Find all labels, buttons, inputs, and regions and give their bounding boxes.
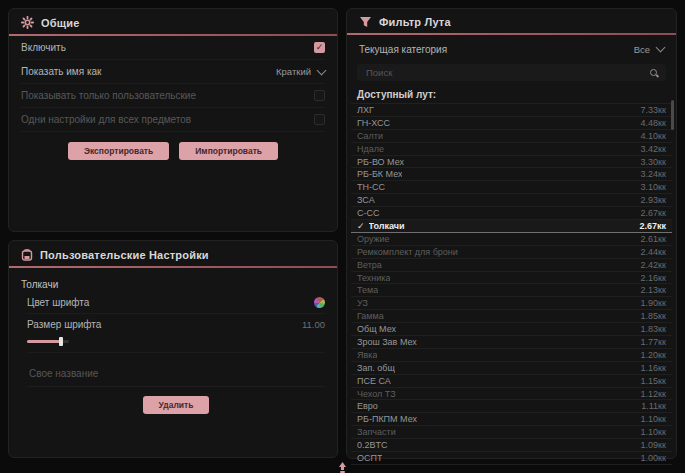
loot-item-name: ЛХГ xyxy=(357,105,374,115)
name-mode-row: Показать имя как Краткий xyxy=(21,60,325,84)
loot-item-value: 3.30кк xyxy=(641,157,666,167)
only-custom-checkbox[interactable] xyxy=(314,90,325,101)
loot-item-name: ЗСА xyxy=(357,195,375,205)
loot-item-row[interactable]: ЗСА 2.93кк xyxy=(351,194,672,207)
funnel-icon xyxy=(359,16,372,28)
enable-checkbox[interactable]: ✓ xyxy=(314,42,325,53)
loot-item-row[interactable]: Техника 2.16кк xyxy=(351,272,672,285)
loot-item-value: 3.10кк xyxy=(641,182,666,192)
loot-item-value: 1.85кк xyxy=(641,311,666,321)
category-label: Текущая категория xyxy=(359,44,447,55)
loot-item-value: 1.10кк xyxy=(641,414,666,424)
loot-item-value: 1.10кк xyxy=(641,427,666,437)
loot-filter-panel: Фильтр Лута Текущая категория Все Доступ… xyxy=(346,8,677,459)
loot-item-row[interactable]: Чехол ТЗ 1.12кк xyxy=(351,388,672,401)
color-wheel-icon[interactable] xyxy=(314,297,325,308)
chevron-down-icon xyxy=(317,65,327,75)
search-input[interactable] xyxy=(364,66,643,79)
loot-item-row[interactable]: Салти 4.10кк xyxy=(351,130,672,143)
loot-filter-header: Фильтр Лута xyxy=(347,9,676,33)
slider-knob[interactable] xyxy=(59,337,63,346)
gear-icon xyxy=(21,16,34,29)
loot-item-name: Ндале xyxy=(357,144,384,154)
scrollbar-thumb[interactable] xyxy=(671,100,674,130)
user-settings-title: Пользовательские Настройки xyxy=(40,249,209,261)
loot-item-name: Тема xyxy=(357,285,378,295)
loot-item-row[interactable]: С-СС 2.67кк xyxy=(351,207,672,220)
scroll-indicator-icon[interactable] xyxy=(338,459,347,473)
loot-item-row[interactable]: РБ-ВО Мех 3.30кк xyxy=(351,156,672,169)
loot-item-value: 4.48кк xyxy=(641,118,666,128)
delete-button[interactable]: Удалить xyxy=(143,396,210,414)
same-settings-label: Одни настройки для всех предметов xyxy=(21,114,191,125)
search-box xyxy=(357,64,666,81)
loot-item-row[interactable]: ЛХГ 7.33кк xyxy=(351,104,672,117)
loot-item-name: ОСПТ xyxy=(357,453,382,463)
only-custom-label: Показывать только пользовательские xyxy=(21,90,196,101)
general-panel-header: Общие xyxy=(9,9,337,34)
loot-item-row[interactable]: Оружие 2.61кк xyxy=(351,233,672,246)
loot-item-row[interactable]: ПСЕ СА 1.15кк xyxy=(351,375,672,388)
slider-fill xyxy=(27,340,60,343)
loot-item-name: Гамма xyxy=(357,311,384,321)
loot-item-value: 1.90кк xyxy=(641,298,666,308)
loot-item-row[interactable]: УЗ 1.90кк xyxy=(351,297,672,310)
loot-item-value: 2.61кк xyxy=(641,234,666,244)
loot-item-row[interactable]: ТН-СС 3.10кк xyxy=(351,181,672,194)
loot-item-row[interactable]: ✓Толкачи 2.67кк xyxy=(351,220,672,233)
loot-item-name: ГН-ХСС xyxy=(357,118,390,128)
loot-item-row[interactable]: 0.2BTC 1.09кк xyxy=(351,439,672,452)
loot-item-row[interactable]: Евро 1.11кк xyxy=(351,400,672,413)
loot-item-row[interactable]: Запчасти 1.10кк xyxy=(351,426,672,439)
import-button[interactable]: Импортировать xyxy=(179,142,278,160)
font-size-value: 11.00 xyxy=(302,319,325,330)
loot-item-value: 2.93кк xyxy=(641,195,666,205)
loot-item-row[interactable]: Тема 2.13кк xyxy=(351,284,672,297)
font-size-row: Размер шрифта 11.00 xyxy=(27,314,325,335)
loot-item-row[interactable]: Ветра 2.42кк xyxy=(351,259,672,272)
check-icon: ✓ xyxy=(357,221,365,231)
font-size-slider[interactable] xyxy=(27,337,69,346)
loot-item-value: 1.09кк xyxy=(641,440,666,450)
user-settings-header: Пользовательские Настройки xyxy=(9,241,337,266)
loot-item-name: Запчасти xyxy=(357,427,396,437)
loot-item-name: ТН-СС xyxy=(357,182,385,192)
enable-label: Включить xyxy=(21,42,66,53)
category-select[interactable]: Все xyxy=(634,44,664,55)
font-color-row: Цвет шрифта xyxy=(27,292,325,314)
loot-item-name: 0.2BTC xyxy=(357,440,388,450)
loot-item-name: Ремкомплект для брони xyxy=(357,247,458,257)
name-mode-select[interactable]: Краткий xyxy=(276,66,325,77)
loot-item-name: Толкачи xyxy=(369,221,640,231)
loot-item-row[interactable]: Ремкомплект для брони 2.44кк xyxy=(351,246,672,259)
same-settings-checkbox[interactable] xyxy=(314,114,325,125)
loot-item-row[interactable]: РБ-ПКПМ Мех 1.10кк xyxy=(351,413,672,426)
custom-name-row xyxy=(27,359,325,387)
loot-item-name: С-СС xyxy=(357,208,380,218)
loot-item-name: Салти xyxy=(357,131,383,141)
loot-item-row[interactable]: Ндале 3.42кк xyxy=(351,143,672,156)
loot-item-value: 1.12кк xyxy=(641,389,666,399)
font-color-label: Цвет шрифта xyxy=(27,297,89,308)
loot-item-name: Ветра xyxy=(357,260,382,270)
loot-filter-title: Фильтр Лута xyxy=(379,16,451,28)
loot-item-row[interactable]: Зап. общ 1.16кк xyxy=(351,362,672,375)
custom-name-input[interactable] xyxy=(27,367,329,380)
loot-item-row[interactable]: Зрош Зав Мех 1.77кк xyxy=(351,336,672,349)
mod-settings-page: Общие Включить ✓ Показать имя как Кратки… xyxy=(0,0,685,473)
loot-item-row[interactable]: РБ-БК Мех 3.24кк xyxy=(351,168,672,181)
loot-item-value: 3.24кк xyxy=(641,169,666,179)
name-mode-value: Краткий xyxy=(276,66,311,77)
loot-item-row[interactable]: ГН-ХСС 4.48кк xyxy=(351,117,672,130)
same-settings-row: Одни настройки для всех предметов xyxy=(21,108,325,132)
loot-item-row[interactable]: Гамма 1.85кк xyxy=(351,310,672,323)
loot-item-name: Общ Мех xyxy=(357,324,396,334)
loot-item-value: 1.83кк xyxy=(641,324,666,334)
user-settings-panel: Пользовательские Настройки Толкачи Цвет … xyxy=(8,240,338,458)
loot-filter-divider xyxy=(347,33,676,35)
loot-item-value: 1.16кк xyxy=(641,363,666,373)
loot-item-row[interactable]: Общ Мех 1.83кк xyxy=(351,323,672,336)
loot-item-row[interactable]: Явка 1.20кк xyxy=(351,349,672,362)
loot-item-row[interactable]: ОСПТ 1.00кк xyxy=(351,452,672,465)
export-button[interactable]: Экспортировать xyxy=(68,142,169,160)
